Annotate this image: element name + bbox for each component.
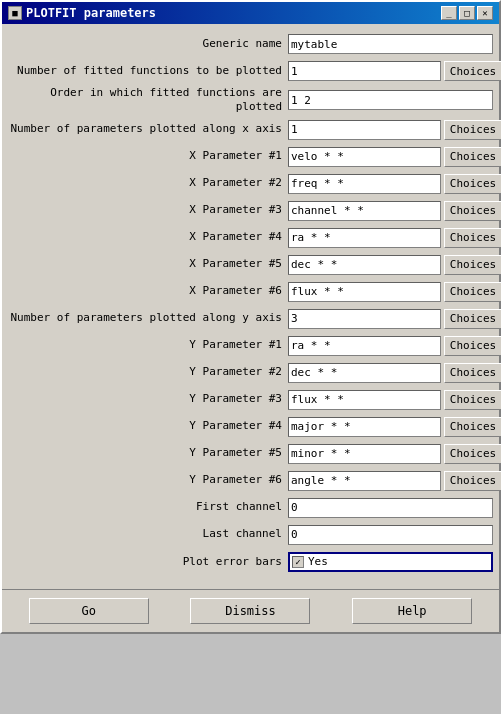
num-y-params-input[interactable] [288, 309, 441, 329]
minimize-button[interactable]: _ [441, 6, 457, 20]
num-y-params-label: Number of parameters plotted along y axi… [8, 311, 288, 325]
x-param-row-6: X Parameter #6Choices [8, 280, 493, 304]
order-label: Order in which fitted functions are plot… [8, 86, 288, 115]
dismiss-button[interactable]: Dismiss [190, 598, 310, 624]
y-param-input-3[interactable] [288, 390, 441, 410]
help-button[interactable]: Help [352, 598, 472, 624]
y-param-label-3: Y Parameter #3 [8, 392, 288, 406]
num-functions-input[interactable] [288, 61, 441, 81]
x-param-label-3: X Parameter #3 [8, 203, 288, 217]
y-param-input-5[interactable] [288, 444, 441, 464]
maximize-button[interactable]: □ [459, 6, 475, 20]
num-x-params-row: Number of parameters plotted along x axi… [8, 118, 493, 142]
num-functions-choices-button[interactable]: Choices [444, 61, 501, 81]
x-param-label-5: X Parameter #5 [8, 257, 288, 271]
x-param-row-2: X Parameter #2Choices [8, 172, 493, 196]
num-functions-label: Number of fitted functions to be plotted [8, 64, 288, 78]
y-param-input-6[interactable] [288, 471, 441, 491]
y-param-choices-button-6[interactable]: Choices [444, 471, 501, 491]
y-param-input-4[interactable] [288, 417, 441, 437]
plot-error-label: Plot error bars [8, 555, 288, 568]
order-input[interactable] [288, 90, 493, 110]
num-x-params-choices-button[interactable]: Choices [444, 120, 501, 140]
x-param-label-2: X Parameter #2 [8, 176, 288, 190]
y-param-row-3: Y Parameter #3Choices [8, 388, 493, 412]
num-x-params-input[interactable] [288, 120, 441, 140]
x-param-choices-button-3[interactable]: Choices [444, 201, 501, 221]
x-param-input-2[interactable] [288, 174, 441, 194]
plot-error-value: Yes [308, 555, 328, 568]
y-param-row-6: Y Parameter #6Choices [8, 469, 493, 493]
y-param-input-1[interactable] [288, 336, 441, 356]
x-param-input-3[interactable] [288, 201, 441, 221]
title-bar-left: ■ PLOTFIT parameters [8, 6, 156, 20]
window-icon: ■ [8, 6, 22, 20]
x-param-label-4: X Parameter #4 [8, 230, 288, 244]
x-param-input-1[interactable] [288, 147, 441, 167]
y-param-choices-button-1[interactable]: Choices [444, 336, 501, 356]
go-button[interactable]: Go [29, 598, 149, 624]
first-channel-input[interactable] [288, 498, 493, 518]
x-param-label-1: X Parameter #1 [8, 149, 288, 163]
x-param-choices-button-6[interactable]: Choices [444, 282, 501, 302]
form-content: Generic name Number of fitted functions … [2, 24, 499, 585]
y-param-label-2: Y Parameter #2 [8, 365, 288, 379]
y-param-choices-button-2[interactable]: Choices [444, 363, 501, 383]
x-params-container: X Parameter #1ChoicesX Parameter #2Choic… [8, 145, 493, 304]
y-params-container: Y Parameter #1ChoicesY Parameter #2Choic… [8, 334, 493, 493]
x-param-choices-button-2[interactable]: Choices [444, 174, 501, 194]
x-param-choices-button-5[interactable]: Choices [444, 255, 501, 275]
first-channel-row: First channel [8, 496, 493, 520]
last-channel-input[interactable] [288, 525, 493, 545]
plot-error-checkbox[interactable]: ✓ [292, 556, 304, 568]
y-param-row-5: Y Parameter #5Choices [8, 442, 493, 466]
first-channel-label: First channel [8, 500, 288, 514]
title-buttons: _ □ ✕ [441, 6, 493, 20]
y-param-label-1: Y Parameter #1 [8, 338, 288, 352]
x-param-row-3: X Parameter #3Choices [8, 199, 493, 223]
generic-name-row: Generic name [8, 32, 493, 56]
generic-name-label: Generic name [8, 37, 288, 51]
y-param-label-4: Y Parameter #4 [8, 419, 288, 433]
y-param-choices-button-5[interactable]: Choices [444, 444, 501, 464]
y-param-row-4: Y Parameter #4Choices [8, 415, 493, 439]
title-bar: ■ PLOTFIT parameters _ □ ✕ [2, 2, 499, 24]
x-param-choices-button-4[interactable]: Choices [444, 228, 501, 248]
main-window: ■ PLOTFIT parameters _ □ ✕ Generic name … [0, 0, 501, 634]
order-row: Order in which fitted functions are plot… [8, 86, 493, 115]
y-param-label-5: Y Parameter #5 [8, 446, 288, 460]
x-param-input-6[interactable] [288, 282, 441, 302]
x-param-choices-button-1[interactable]: Choices [444, 147, 501, 167]
num-y-params-row: Number of parameters plotted along y axi… [8, 307, 493, 331]
x-param-row-5: X Parameter #5Choices [8, 253, 493, 277]
last-channel-label: Last channel [8, 527, 288, 541]
y-param-label-6: Y Parameter #6 [8, 473, 288, 487]
x-param-label-6: X Parameter #6 [8, 284, 288, 298]
close-button[interactable]: ✕ [477, 6, 493, 20]
num-x-params-label: Number of parameters plotted along x axi… [8, 122, 288, 136]
x-param-input-4[interactable] [288, 228, 441, 248]
y-param-row-2: Y Parameter #2Choices [8, 361, 493, 385]
x-param-input-5[interactable] [288, 255, 441, 275]
x-param-row-4: X Parameter #4Choices [8, 226, 493, 250]
num-y-params-choices-button[interactable]: Choices [444, 309, 501, 329]
plot-error-field[interactable]: ✓ Yes [288, 552, 493, 572]
y-param-input-2[interactable] [288, 363, 441, 383]
num-functions-row: Number of fitted functions to be plotted… [8, 59, 493, 83]
y-param-row-1: Y Parameter #1Choices [8, 334, 493, 358]
generic-name-input[interactable] [288, 34, 493, 54]
plot-error-row: Plot error bars ✓ Yes [8, 550, 493, 574]
y-param-choices-button-3[interactable]: Choices [444, 390, 501, 410]
last-channel-row: Last channel [8, 523, 493, 547]
y-param-choices-button-4[interactable]: Choices [444, 417, 501, 437]
window-title: PLOTFIT parameters [26, 6, 156, 20]
footer: Go Dismiss Help [2, 589, 499, 632]
x-param-row-1: X Parameter #1Choices [8, 145, 493, 169]
